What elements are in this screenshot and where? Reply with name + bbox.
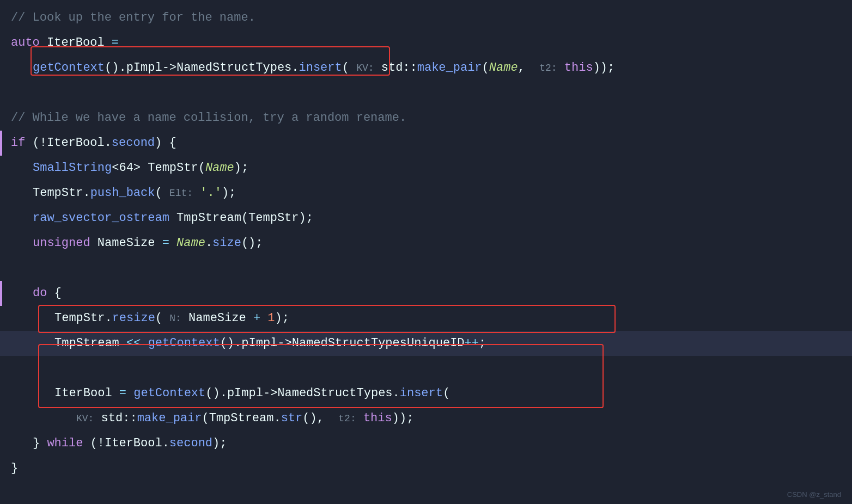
code-line-11 — [0, 256, 852, 281]
code-line-1: // Look up the entry for the name. — [0, 5, 852, 30]
operator-eq: = — [112, 30, 119, 56]
comment-text-1: // Look up the entry for the name. — [11, 5, 255, 30]
code-line-12: do { — [0, 281, 852, 306]
code-line-14: TmpStream << getContext().pImpl->NamedSt… — [0, 331, 852, 356]
code-line-17: KV: std::make_pair(TmpStream.str(), t2: … — [0, 406, 852, 431]
code-editor: // Look up the entry for the name. auto … — [0, 0, 852, 504]
var-iterbool: IterBool — [40, 30, 112, 56]
left-accent-1 — [0, 131, 2, 156]
code-line-10: unsigned NameSize = Name.size(); — [0, 231, 852, 256]
code-line-19: } — [0, 456, 852, 481]
func-getcontext: getContext — [33, 56, 105, 81]
watermark: CSDN @z_stand — [787, 490, 841, 499]
code-line-2: auto IterBool = — [0, 30, 852, 56]
code-line-3: getContext().pImpl->NamedStructTypes.ins… — [0, 56, 852, 81]
code-line-5: // While we have a name collision, try a… — [0, 106, 852, 131]
code-line-6: if (!IterBool.second) { — [0, 131, 852, 156]
code-line-8: TempStr.push_back( Elt: '.'); — [0, 181, 852, 206]
comment-text-2: // While we have a name collision, try a… — [11, 106, 406, 131]
code-line-15 — [0, 356, 852, 381]
keyword-auto: auto — [11, 30, 40, 56]
code-line-13: TempStr.resize( N: NameSize + 1); — [0, 306, 852, 331]
code-line-18: } while (!IterBool.second); — [0, 431, 852, 456]
left-accent-2 — [0, 281, 2, 306]
code-line-16: IterBool = getContext().pImpl->NamedStru… — [0, 381, 852, 406]
code-line-7: SmallString<64> TempStr(Name); — [0, 156, 852, 181]
code-line-9: raw_svector_ostream TmpStream(TempStr); — [0, 206, 852, 231]
code-line-4 — [0, 81, 852, 106]
